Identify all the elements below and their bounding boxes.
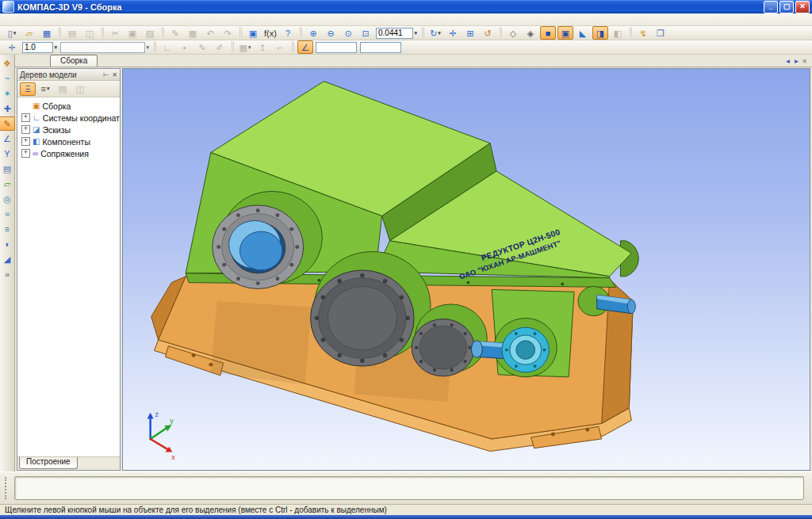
param-field-2[interactable]: ▾ [359, 40, 402, 54]
spell-check-button[interactable]: ✎▾ [167, 26, 183, 40]
expander-icon[interactable]: + [21, 137, 30, 146]
dropdown-arrow-icon[interactable]: ▾ [13, 28, 17, 39]
hidden-lines-button[interactable]: ◈▾ [523, 26, 538, 40]
array-icon[interactable]: ◢▾ [0, 252, 15, 266]
rotate-button[interactable]: ↺▾ [480, 26, 496, 40]
tab-construction[interactable]: Построение [19, 457, 78, 469]
zoom-area-button[interactable]: ⊡▾ [358, 26, 373, 40]
window-layout-button[interactable]: ❒▾ [653, 26, 668, 40]
param-field-1[interactable]: ▾ [315, 40, 358, 54]
specification-icon[interactable]: ▤▾ [0, 162, 15, 176]
save-document-button[interactable]: ▦▾ [39, 26, 55, 40]
tree-relations-button[interactable]: ◫▾ [72, 82, 88, 96]
halftone-button[interactable]: ◨▾ [592, 26, 608, 40]
shell-icon[interactable]: ◗▾ [0, 237, 15, 251]
solid-button[interactable]: ▪▾ [177, 40, 193, 54]
close-button[interactable]: ✕ [795, 1, 810, 13]
small-cover-flange[interactable] [412, 319, 474, 376]
pin-icon[interactable]: ⊢ [103, 71, 109, 78]
tree-structure-button[interactable]: Ξ▾ [20, 82, 36, 96]
tab-forward-icon[interactable]: ► [793, 58, 799, 65]
edit-assembly-icon[interactable]: ❖▾ [0, 56, 15, 71]
shaded-button[interactable]: ■▾ [540, 26, 556, 40]
tree-item[interactable]: ▣ Сборка [17, 100, 120, 112]
step-field[interactable]: ▾ [21, 40, 58, 54]
grid-button[interactable]: ▦▾ [237, 40, 253, 54]
expander-icon[interactable]: + [21, 149, 30, 158]
tree-item[interactable]: + ◧ Компоненты [17, 135, 120, 147]
pan-button[interactable]: ✛▾ [445, 26, 461, 40]
tree-item[interactable]: + ◪ Эскизы [17, 124, 120, 135]
standard-toolbar: ▯▾▱▾▦▾▾▤▾◫▾▾✂▾▣▾▨▾▾✎▾▦▾↶▾↷▾▾▣▾f(x)▾?▾▾⊕▾… [0, 26, 812, 40]
loft-icon[interactable]: ≡▾ [0, 222, 15, 236]
app-icon [2, 1, 14, 13]
edit-part-icon[interactable]: ✎▾ [0, 116, 15, 131]
zoom-pointer-button[interactable]: ⊙▾ [340, 26, 356, 40]
cut-button[interactable]: ✂▾ [107, 26, 123, 40]
expander-icon[interactable]: + [21, 113, 30, 122]
zoom-frame-button[interactable]: ⊞▾ [462, 26, 478, 40]
variables-panel-button[interactable]: ▣▾ [245, 26, 261, 40]
rotate-component-button[interactable]: ⌐▾ [272, 40, 288, 54]
spatial-curves-icon[interactable]: ~▾ [0, 71, 15, 86]
variables-button[interactable]: f(x)▾ [262, 26, 278, 40]
tree-close-icon[interactable]: ✕ [112, 71, 117, 78]
open-document-button[interactable]: ▱▾ [21, 26, 37, 40]
measure-icon[interactable]: ∠▾ [0, 132, 15, 146]
dropdown-arrow-icon[interactable]: ▾ [438, 28, 441, 39]
print-button[interactable]: ▤▾ [64, 26, 80, 40]
tree-item[interactable]: + ∟ Системы координат [17, 112, 120, 124]
orientation-button[interactable]: ↻▾ [427, 26, 443, 40]
zoom-in-button[interactable]: ⊕▾ [305, 26, 321, 40]
tree-item[interactable]: + ∞ Сопряжения [17, 147, 120, 159]
tree-report-button[interactable]: ▤▾ [55, 82, 71, 96]
tree-composition-button[interactable]: ≡▾ [37, 82, 53, 96]
snap-button[interactable]: ∠▾ [297, 40, 313, 54]
zoom-out-button[interactable]: ⊖▾ [323, 26, 339, 40]
settings-button[interactable]: ✛▾ [4, 40, 20, 54]
insert-table-button[interactable]: ▦▾ [185, 26, 201, 40]
gearbox-model[interactable]: РЕДУКТОР Ц2Н-500 ОАО "ЮХАН АР-МАШМЕНТ" [151, 82, 639, 452]
expander-icon[interactable]: + [21, 125, 30, 134]
print-preview-button[interactable]: ◫▾ [82, 26, 98, 40]
shaded-edges-button[interactable]: ▣▾ [557, 26, 573, 40]
base-point-button[interactable]: ∟▾ [159, 40, 175, 54]
filter-icon[interactable]: Y▾ [0, 147, 15, 161]
viewport-3d[interactable]: РЕДУКТОР Ц2Н-500 ОАО "ЮХАН АР-МАШМЕНТ" [122, 68, 810, 471]
edit-placement-button[interactable]: ✐▾ [212, 40, 228, 54]
client-area: Сборка ◄ ► ✕ Дерево модели ⊢ ✕ [15, 55, 812, 471]
zoom-scale-field[interactable]: ▾ [375, 26, 418, 40]
auxiliary-geometry-icon[interactable]: ✚▾ [0, 101, 15, 116]
surfaces-icon[interactable]: ✶▾ [0, 86, 15, 101]
tab-back-icon[interactable]: ◄ [784, 58, 791, 65]
dropdown-arrow-icon[interactable]: ▾ [146, 42, 149, 53]
paste-button[interactable]: ▨▾ [142, 26, 158, 40]
big-cover-flange[interactable] [311, 270, 415, 366]
minimize-button[interactable]: _ [764, 1, 778, 13]
restore-button[interactable]: ▢ [779, 1, 794, 13]
dropdown-arrow-icon[interactable]: ▾ [248, 42, 251, 53]
panel-expand-icon[interactable]: »▾ [0, 267, 15, 281]
dropdown-arrow-icon[interactable]: ▾ [414, 28, 417, 39]
tree-body: ▣ Сборка + ∟ Системы координат + ◪ Эскиз… [17, 97, 120, 456]
copy-button[interactable]: ▣▾ [124, 26, 140, 40]
object-help-button[interactable]: ?▾ [280, 26, 296, 40]
extrude-icon[interactable]: ▱▾ [0, 177, 15, 191]
undo-button[interactable]: ↶▾ [202, 26, 218, 40]
input-flange[interactable] [213, 205, 304, 288]
tab-close-icon[interactable]: ✕ [802, 58, 807, 65]
revolve-icon[interactable]: ◎▾ [0, 192, 15, 206]
state-combo[interactable]: ▾ [59, 40, 150, 54]
dropdown-arrow-icon[interactable]: ▾ [54, 42, 57, 53]
document-tab[interactable]: Сборка [50, 55, 98, 67]
section-button[interactable]: ◧▾ [610, 26, 626, 40]
kinematic-icon[interactable]: ≈▾ [0, 207, 15, 221]
new-document-button[interactable]: ▯▾ [4, 26, 20, 40]
redo-button[interactable]: ↷▾ [220, 26, 236, 40]
move-component-button[interactable]: ↥▾ [255, 40, 270, 54]
wireframe-button[interactable]: ◇▾ [505, 26, 521, 40]
perspective-button[interactable]: ◣▾ [575, 26, 591, 40]
rebuild-button[interactable]: ↯▾ [635, 26, 651, 40]
edit-sketch-button[interactable]: ✎▾ [194, 40, 210, 54]
grip-handle-icon[interactable] [5, 477, 9, 499]
